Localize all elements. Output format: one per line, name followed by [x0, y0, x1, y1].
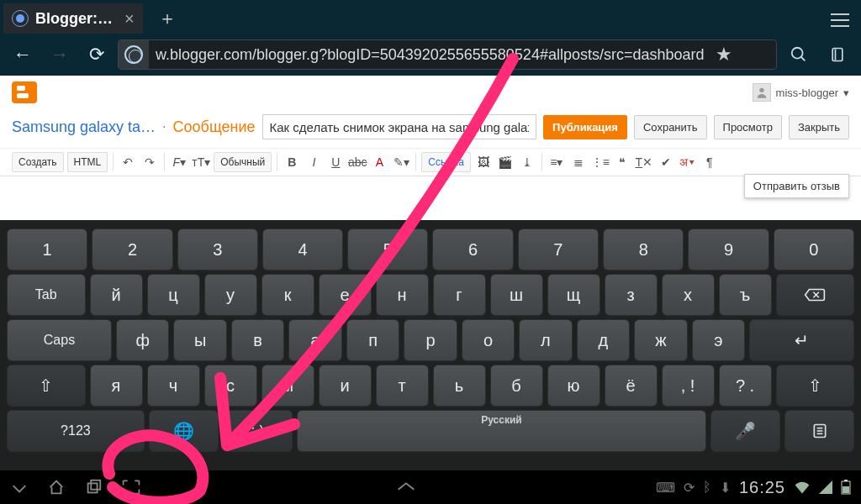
- key-digit[interactable]: 8: [603, 228, 684, 270]
- bookmarks-icon[interactable]: [821, 45, 854, 64]
- bookmark-star-icon[interactable]: ★: [711, 44, 737, 66]
- quote-icon[interactable]: ❝: [613, 153, 631, 171]
- nav-hide-icon[interactable]: [10, 478, 29, 496]
- list-ul-icon[interactable]: ⋮≡: [591, 153, 610, 171]
- key-digit[interactable]: 2: [92, 228, 172, 270]
- preview-button[interactable]: Просмотр: [714, 115, 782, 139]
- key-letter[interactable]: ъ: [719, 274, 772, 316]
- strike-icon[interactable]: abc: [348, 153, 367, 171]
- key-letter[interactable]: э: [692, 319, 745, 361]
- align-icon[interactable]: ≡▾: [547, 153, 566, 171]
- highlight-icon[interactable]: ✎▾: [392, 153, 410, 171]
- key-letter[interactable]: н: [376, 274, 429, 316]
- key-letter[interactable]: у: [204, 274, 257, 316]
- key-voice[interactable]: 🎤: [710, 410, 780, 452]
- key-letter[interactable]: ю: [547, 365, 600, 407]
- browser-menu-icon[interactable]: [824, 7, 858, 27]
- new-tab-button[interactable]: ＋: [155, 3, 180, 34]
- close-button[interactable]: Закрыть: [789, 115, 849, 139]
- key-emoji[interactable]: :-): [223, 410, 293, 452]
- tab-close-icon[interactable]: ×: [124, 9, 135, 29]
- key-letter[interactable]: о: [462, 319, 515, 361]
- heading-select[interactable]: Обычный: [214, 152, 272, 172]
- link-button[interactable]: Ссылка: [421, 152, 470, 172]
- key-letter[interactable]: ш: [490, 274, 543, 316]
- post-title-input[interactable]: [262, 114, 537, 139]
- key-letter[interactable]: п: [346, 319, 399, 361]
- key-letter[interactable]: л: [519, 319, 572, 361]
- key-letter[interactable]: ц: [147, 274, 200, 316]
- key-digit[interactable]: 7: [518, 228, 599, 270]
- list-ol-icon[interactable]: ≣: [569, 153, 588, 171]
- key-letter[interactable]: ы: [173, 319, 226, 361]
- key-letter[interactable]: в: [231, 319, 284, 361]
- redo-icon[interactable]: ↷: [140, 153, 159, 171]
- nav-recent-icon[interactable]: [84, 478, 103, 496]
- key-tab[interactable]: Tab: [7, 274, 86, 316]
- key-letter[interactable]: ? .: [719, 365, 772, 407]
- nav-expand-icon[interactable]: [395, 481, 417, 493]
- key-letter[interactable]: , !: [662, 365, 715, 407]
- key-letter[interactable]: и: [319, 365, 372, 407]
- key-letter[interactable]: я: [90, 365, 143, 407]
- key-letter[interactable]: ё: [605, 365, 658, 407]
- key-letter[interactable]: к: [261, 274, 314, 316]
- key-letter[interactable]: т: [376, 365, 429, 407]
- key-letter[interactable]: ч: [147, 365, 200, 407]
- key-letter[interactable]: г: [433, 274, 486, 316]
- key-digit[interactable]: 0: [774, 228, 854, 270]
- key-letter[interactable]: з: [605, 274, 658, 316]
- translit-icon[interactable]: अ▾: [679, 153, 697, 171]
- key-shift-right[interactable]: ⇧: [776, 365, 855, 407]
- key-language[interactable]: 🌐: [149, 410, 219, 452]
- forward-button[interactable]: →: [44, 39, 76, 71]
- back-button[interactable]: ←: [7, 39, 39, 71]
- browser-tab[interactable]: Blogger:… ×: [3, 3, 143, 34]
- key-letter[interactable]: ж: [634, 319, 687, 361]
- breadcrumb-blog[interactable]: Samsung galaxy ta…: [12, 118, 156, 136]
- url-bar[interactable]: w.blogger.com/blogger.g?blogID=504392025…: [118, 39, 777, 70]
- image-icon[interactable]: 🖼: [474, 153, 493, 171]
- undo-icon[interactable]: ↶: [119, 153, 137, 171]
- video-icon[interactable]: 🎬: [496, 153, 515, 171]
- tb-compose[interactable]: Создать: [12, 152, 64, 172]
- text-color-icon[interactable]: A: [370, 153, 388, 171]
- status-clock[interactable]: 16:25: [739, 478, 785, 497]
- blogger-logo[interactable]: [12, 81, 37, 103]
- key-caps[interactable]: Caps: [7, 319, 112, 361]
- key-settings[interactable]: [784, 410, 854, 452]
- reload-button[interactable]: ⟳: [81, 39, 113, 71]
- key-digit[interactable]: 3: [177, 228, 258, 270]
- key-backspace[interactable]: [776, 274, 855, 316]
- publish-button[interactable]: Публикация: [543, 115, 627, 139]
- save-button[interactable]: Сохранить: [634, 115, 707, 139]
- tb-html[interactable]: HTML: [67, 152, 108, 172]
- key-letter[interactable]: щ: [547, 274, 600, 316]
- key-digit[interactable]: 1: [7, 228, 87, 270]
- key-letter[interactable]: р: [404, 319, 457, 361]
- italic-icon[interactable]: I: [304, 153, 323, 171]
- spellcheck-icon[interactable]: ✔: [657, 153, 675, 171]
- key-symbols[interactable]: ?123: [7, 410, 145, 452]
- feedback-tooltip[interactable]: Отправить отзыв: [744, 174, 849, 198]
- key-shift-left[interactable]: ⇧: [7, 365, 86, 407]
- key-digit[interactable]: 6: [432, 228, 513, 270]
- underline-icon[interactable]: U: [326, 153, 345, 171]
- nav-home-icon[interactable]: [47, 478, 66, 496]
- key-letter[interactable]: ф: [116, 319, 169, 361]
- key-letter[interactable]: а: [288, 319, 341, 361]
- key-letter[interactable]: е: [319, 274, 372, 316]
- key-letter[interactable]: с: [204, 365, 257, 407]
- key-letter[interactable]: б: [490, 365, 543, 407]
- user-menu[interactable]: miss-blogger ▾: [753, 83, 849, 102]
- font-family-icon[interactable]: F▾: [170, 153, 188, 171]
- key-space[interactable]: Русский: [297, 410, 707, 452]
- key-digit[interactable]: 4: [262, 228, 343, 270]
- key-letter[interactable]: х: [662, 274, 715, 316]
- bold-icon[interactable]: B: [283, 153, 301, 171]
- key-digit[interactable]: 9: [688, 228, 769, 270]
- key-letter[interactable]: д: [577, 319, 630, 361]
- key-letter[interactable]: ь: [433, 365, 486, 407]
- breadcrumb-section[interactable]: Сообщение: [173, 118, 256, 136]
- jump-icon[interactable]: ⤓: [518, 153, 536, 171]
